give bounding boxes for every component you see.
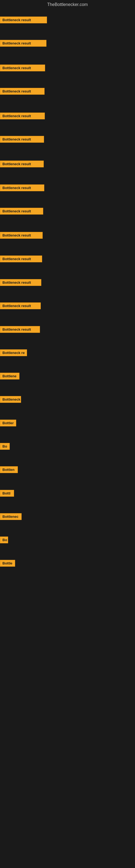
bottleneck-result-4: Bottleneck result [0, 88, 45, 95]
bottleneck-result-20: Bottlen [0, 466, 18, 473]
bottleneck-result-21: Bottl [0, 490, 14, 497]
bottleneck-result-23: Bo [0, 536, 8, 543]
bottleneck-result-18: Bottler [0, 420, 16, 426]
bottleneck-result-11: Bottleneck result [0, 255, 42, 262]
bottleneck-result-15: Bottleneck re [0, 349, 27, 356]
bottleneck-result-5: Bottleneck result [0, 113, 45, 119]
bottleneck-result-3: Bottleneck result [0, 65, 45, 71]
bottleneck-result-2: Bottleneck result [0, 40, 46, 46]
bottleneck-result-24: Bottle [0, 560, 15, 567]
bottleneck-result-10: Bottleneck result [0, 232, 43, 239]
bottleneck-result-14: Bottleneck result [0, 326, 40, 333]
bottleneck-result-16: Bottlene [0, 373, 19, 379]
bottleneck-result-7: Bottleneck result [0, 161, 44, 167]
bottleneck-result-22: Bottlenec [0, 513, 21, 520]
bottleneck-result-8: Bottleneck result [0, 184, 44, 191]
bottleneck-result-17: Bottleneck [0, 396, 21, 403]
bottleneck-result-13: Bottleneck result [0, 303, 41, 309]
bottleneck-result-12: Bottleneck result [0, 279, 41, 286]
site-title: TheBottlenecker.com [0, 0, 135, 9]
bottleneck-result-6: Bottleneck result [0, 136, 44, 143]
bottleneck-result-19: Bo [0, 443, 10, 450]
bottleneck-result-9: Bottleneck result [0, 208, 43, 215]
bottleneck-result-1: Bottleneck result [0, 17, 47, 23]
